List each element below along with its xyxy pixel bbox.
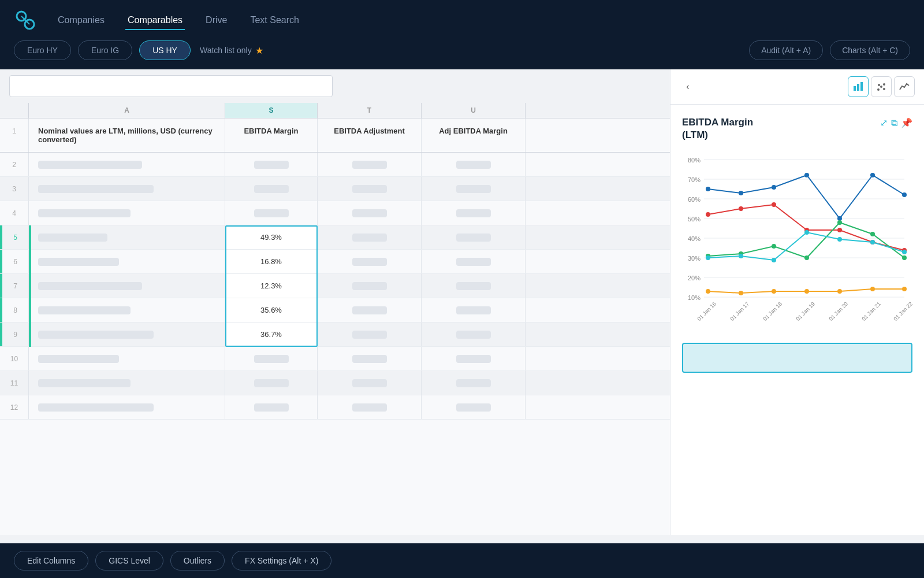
svg-text:50%: 50% — [688, 216, 701, 223]
bar-chart-type-button[interactable] — [848, 76, 869, 97]
table-row: 549.3% — [0, 225, 670, 250]
cell-u — [422, 274, 526, 298]
gics-level-button[interactable]: GICS Level — [95, 551, 163, 570]
svg-point-10 — [878, 84, 880, 86]
cell-a — [29, 250, 225, 273]
row-number: 12 — [0, 395, 29, 419]
svg-point-50 — [772, 258, 776, 262]
row-number: 5 — [0, 225, 29, 249]
svg-text:01 Jan 19: 01 Jan 19 — [795, 301, 816, 322]
charts-button[interactable]: Charts (Alt + C) — [830, 40, 910, 60]
watchlist-button[interactable]: Watch list only ★ — [200, 45, 263, 56]
expand-chart-button[interactable]: ⤢ — [880, 117, 888, 128]
nav-comparables[interactable]: Comparables — [125, 10, 185, 30]
svg-point-47 — [902, 255, 907, 260]
chart-minimap[interactable] — [682, 343, 912, 373]
table-row: 12 — [0, 395, 670, 420]
cell-s[interactable]: 49.3% — [225, 225, 318, 249]
header-col-u: Adj EBITDA Margin — [422, 118, 526, 152]
cell-u — [422, 395, 526, 419]
outliers-button[interactable]: Outliers — [170, 551, 225, 570]
svg-point-36 — [772, 202, 776, 207]
svg-text:01 Jan 18: 01 Jan 18 — [762, 301, 783, 322]
cell-u — [422, 177, 526, 201]
row-number: 11 — [0, 371, 29, 395]
row-number: 3 — [0, 177, 29, 201]
svg-point-29 — [772, 185, 776, 190]
row-num-header — [0, 103, 29, 118]
cell-s[interactable]: 12.3% — [225, 274, 318, 298]
app-logo — [14, 9, 37, 32]
cell-t — [318, 395, 422, 419]
table-row: 3 — [0, 177, 670, 201]
cell-s[interactable]: 35.6% — [225, 298, 318, 322]
cell-t — [318, 298, 422, 322]
col-s-header: S — [225, 103, 318, 118]
us-hy-button[interactable]: US HY — [139, 40, 191, 60]
cell-s[interactable] — [225, 347, 318, 370]
row-number: 2 — [0, 153, 29, 176]
cell-s[interactable] — [225, 153, 318, 176]
row-number: 9 — [0, 323, 29, 346]
cell-t — [318, 153, 422, 176]
table-row: 11 — [0, 371, 670, 395]
table-row: 616.8% — [0, 250, 670, 274]
chart-area: EBITDA Margin (LTM) ⤢ ⧉ 📌 80% 70% 60% 50… — [670, 105, 924, 535]
line-chart-svg: 80% 70% 60% 50% 40% 30% 20% 10% — [682, 151, 913, 336]
chart-svg-wrapper: 80% 70% 60% 50% 40% 30% 20% 10% — [682, 151, 912, 338]
nav-text-search[interactable]: Text Search — [248, 10, 301, 30]
cell-s[interactable] — [225, 371, 318, 395]
svg-point-55 — [706, 289, 710, 294]
table-row: 4 — [0, 201, 670, 225]
collapse-panel-button[interactable]: ‹ — [680, 79, 696, 95]
svg-text:01 Jan 22: 01 Jan 22 — [892, 301, 913, 322]
cell-s[interactable]: 16.8% — [225, 250, 318, 273]
svg-point-51 — [804, 230, 809, 235]
euro-hy-button[interactable]: Euro HY — [14, 40, 71, 60]
svg-text:40%: 40% — [688, 235, 701, 242]
cell-t — [318, 274, 422, 298]
cell-a — [29, 323, 225, 346]
svg-point-9 — [883, 88, 885, 90]
table-row: 2 — [0, 153, 670, 177]
cell-a — [29, 274, 225, 298]
search-input[interactable] — [9, 75, 333, 97]
svg-text:01 Jan 20: 01 Jan 20 — [828, 301, 849, 322]
fx-settings-button[interactable]: FX Settings (Alt + X) — [232, 551, 331, 570]
svg-text:01 Jan 16: 01 Jan 16 — [696, 301, 717, 322]
table-row: 712.3% — [0, 274, 670, 298]
col-t-header: T — [318, 103, 422, 118]
header-col-t: EBITDA Adjustment — [318, 118, 422, 152]
svg-point-48 — [706, 255, 710, 260]
svg-rect-4 — [857, 84, 859, 91]
pin-chart-button[interactable]: 📌 — [901, 117, 912, 128]
svg-point-44 — [804, 255, 809, 260]
header-col-a: Nominal values are LTM, millions, USD (c… — [29, 118, 225, 152]
cell-a — [29, 347, 225, 370]
edit-columns-button[interactable]: Edit Columns — [14, 551, 88, 570]
row-number: 6 — [0, 250, 29, 273]
copy-chart-button[interactable]: ⧉ — [891, 117, 897, 128]
audit-button[interactable]: Audit (Alt + A) — [749, 40, 823, 60]
line-chart-type-button[interactable] — [894, 76, 915, 97]
svg-point-7 — [880, 86, 882, 88]
cell-s[interactable]: 36.7% — [225, 323, 318, 346]
cell-a — [29, 395, 225, 419]
cell-t — [318, 225, 422, 249]
cell-s[interactable] — [225, 201, 318, 225]
nav-companies[interactable]: Companies — [55, 10, 107, 30]
scatter-chart-type-button[interactable] — [871, 76, 892, 97]
svg-point-56 — [739, 291, 743, 295]
svg-text:01 Jan 21: 01 Jan 21 — [860, 301, 882, 322]
cell-a — [29, 201, 225, 225]
nav-drive[interactable]: Drive — [203, 10, 229, 30]
svg-point-49 — [739, 254, 743, 258]
svg-point-35 — [739, 206, 743, 211]
cell-s[interactable] — [225, 177, 318, 201]
cell-u — [422, 371, 526, 395]
header-row-num: 1 — [0, 118, 29, 152]
euro-ig-button[interactable]: Euro IG — [78, 40, 132, 60]
cell-s[interactable] — [225, 395, 318, 419]
cell-u — [422, 250, 526, 273]
table-row: 835.6% — [0, 298, 670, 323]
